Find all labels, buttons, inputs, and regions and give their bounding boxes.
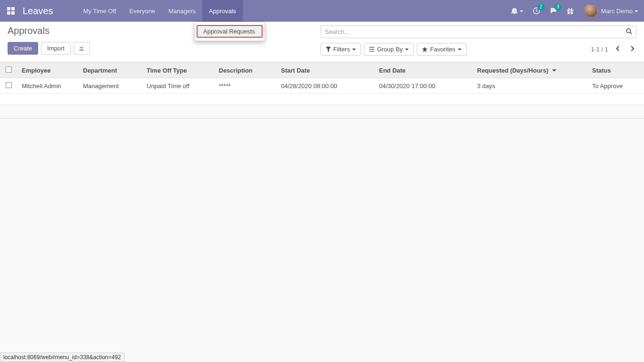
bell-icon <box>511 8 518 14</box>
search-box[interactable] <box>321 25 636 38</box>
pager: 1-1 / 1 <box>591 44 636 55</box>
pager-text: 1-1 / 1 <box>591 46 608 53</box>
approvals-table: Employee Department Time Off Type Descri… <box>0 62 644 118</box>
download-button[interactable] <box>74 42 90 55</box>
user-name: Marc Demo <box>601 8 633 15</box>
search-icon <box>626 28 632 34</box>
table-header-row: Employee Department Time Off Type Descri… <box>0 63 644 78</box>
select-all-checkbox[interactable] <box>6 66 12 73</box>
cell-end: 04/30/2020 17:00:00 <box>374 78 472 94</box>
cell-description: ***** <box>214 78 276 94</box>
top-navbar: Leaves My Time Off Everyone Managers App… <box>0 0 644 22</box>
cell-employee: Mitchell Admin <box>17 78 78 94</box>
favorites-button[interactable]: Favorites <box>417 43 466 56</box>
cell-status: To Approve <box>587 78 644 94</box>
notifications-button[interactable] <box>506 0 528 22</box>
cell-requested: 3 days <box>472 78 587 94</box>
svg-rect-7 <box>369 49 374 49</box>
caret-down-icon <box>635 8 638 15</box>
col-requested[interactable]: Requested (Days/Hours) <box>472 63 587 78</box>
group-by-label: Group By <box>377 46 403 53</box>
filters-label: Filters <box>333 46 350 53</box>
svg-rect-1 <box>11 7 15 10</box>
apps-icon <box>7 7 15 15</box>
nav-managers[interactable]: Managers <box>162 0 202 22</box>
col-description[interactable]: Description <box>214 63 276 78</box>
app-brand[interactable]: Leaves <box>22 6 58 16</box>
svg-rect-3 <box>11 11 15 15</box>
row-checkbox[interactable] <box>6 82 12 88</box>
cell-start: 04/28/2020 08:00:00 <box>276 78 374 94</box>
search-input[interactable] <box>325 28 626 35</box>
activities-button[interactable]: 2 <box>528 0 545 22</box>
gift-icon <box>567 8 574 15</box>
search-icon-button[interactable] <box>626 28 632 36</box>
col-time-off-type[interactable]: Time Off Type <box>142 63 214 78</box>
approvals-table-wrap: Employee Department Time Off Type Descri… <box>0 62 644 119</box>
table-footer-row <box>0 105 644 118</box>
col-status[interactable]: Status <box>587 63 644 78</box>
import-button[interactable]: Import <box>41 42 71 55</box>
sort-desc-icon <box>552 67 556 74</box>
create-button[interactable]: Create <box>8 42 38 55</box>
download-icon <box>79 45 84 50</box>
col-requested-label: Requested (Days/Hours) <box>477 67 548 74</box>
star-icon <box>422 47 428 52</box>
activities-badge: 2 <box>537 4 545 10</box>
chevron-right-icon <box>630 46 635 51</box>
avatar <box>584 4 597 17</box>
main-menu: My Time Off Everyone Managers Approvals <box>77 0 243 22</box>
dropdown-approval-requests[interactable]: Approval Requests <box>197 25 263 38</box>
cell-type: Unpaid Time off <box>142 78 214 94</box>
svg-rect-6 <box>369 47 374 48</box>
favorites-label: Favorites <box>430 46 455 53</box>
caret-down-icon <box>405 48 409 51</box>
col-end-date[interactable]: End Date <box>374 63 472 78</box>
table-row[interactable]: Mitchell Admin Management Unpaid Time of… <box>0 78 644 94</box>
nav-everyone[interactable]: Everyone <box>123 0 162 22</box>
filters-button[interactable]: Filters <box>321 43 361 56</box>
nav-approvals[interactable]: Approvals <box>202 0 243 22</box>
page-title: Approvals <box>8 25 90 36</box>
svg-rect-0 <box>7 7 10 10</box>
messages-badge: 3 <box>554 4 562 10</box>
list-icon <box>369 47 374 52</box>
user-menu-button[interactable]: Marc Demo <box>578 4 644 17</box>
cell-department: Management <box>78 78 142 94</box>
nav-my-time-off[interactable]: My Time Off <box>77 0 123 22</box>
svg-rect-2 <box>7 11 10 15</box>
caret-down-icon <box>458 48 462 51</box>
col-employee[interactable]: Employee <box>17 63 78 78</box>
pager-next[interactable] <box>628 44 636 55</box>
approvals-dropdown: Approval Requests <box>194 22 265 41</box>
navbar-right: 2 3 Marc Demo <box>506 0 644 22</box>
col-start-date[interactable]: Start Date <box>276 63 374 78</box>
table-empty-row <box>0 94 644 105</box>
svg-point-5 <box>627 29 631 33</box>
messages-button[interactable]: 3 <box>545 0 562 22</box>
svg-rect-8 <box>369 51 374 51</box>
browser-status-bar: localhost:8069/web#menu_id=338&action=49… <box>0 353 124 362</box>
caret-down-icon <box>352 48 356 51</box>
chevron-left-icon <box>616 46 620 51</box>
apps-menu-button[interactable] <box>0 7 22 15</box>
filter-icon <box>326 47 331 52</box>
col-department[interactable]: Department <box>78 63 142 78</box>
control-bar: Approvals Create Import Filters <box>0 22 644 62</box>
group-by-button[interactable]: Group By <box>364 43 414 56</box>
caret-down-icon <box>520 8 523 15</box>
gift-button[interactable] <box>562 0 578 22</box>
pager-prev[interactable] <box>614 44 622 55</box>
